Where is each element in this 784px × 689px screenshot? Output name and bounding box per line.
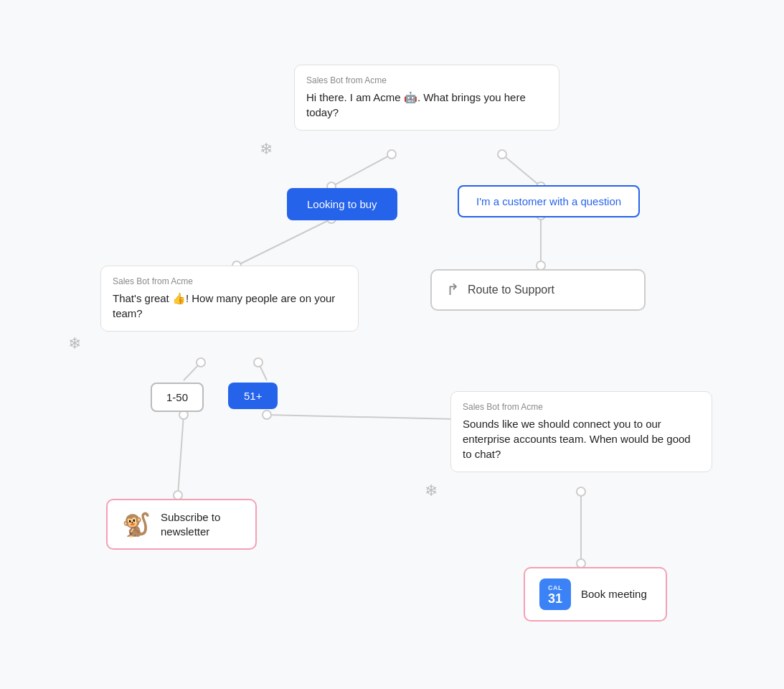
greeting-message: Hi there. I am Acme 🤖. What brings you h… <box>306 90 547 120</box>
svg-point-17 <box>197 358 205 367</box>
snowflake-icon-top: ❄ <box>255 138 278 161</box>
subscribe-label: Subscribe to newsletter <box>161 510 241 538</box>
calendar-day: 31 <box>548 592 562 605</box>
snowflake-icon-mid: ❄ <box>63 332 86 355</box>
team-sender: Sales Bot from Acme <box>113 276 346 286</box>
small-team-button[interactable]: 1-50 <box>151 383 204 412</box>
route-icon: ↱ <box>446 281 459 299</box>
large-team-label[interactable]: 51+ <box>228 383 278 409</box>
route-label: Route to Support <box>468 283 554 296</box>
enterprise-message: Sounds like we should connect you to our… <box>463 416 700 461</box>
enterprise-bubble: Sales Bot from Acme Sounds like we shoul… <box>450 391 712 472</box>
buy-button-label[interactable]: Looking to buy <box>287 188 397 220</box>
snowflake-icon-right: ❄ <box>420 479 443 502</box>
svg-line-5 <box>258 362 267 380</box>
svg-point-10 <box>498 150 506 159</box>
customer-question-button[interactable]: I'm a customer with a question <box>458 185 640 217</box>
svg-point-9 <box>387 150 396 159</box>
small-team-label[interactable]: 1-50 <box>151 383 204 412</box>
svg-line-6 <box>178 415 184 495</box>
greeting-sender: Sales Bot from Acme <box>306 75 547 85</box>
looking-to-buy-button[interactable]: Looking to buy <box>287 188 397 220</box>
book-meeting-label: Book meeting <box>581 587 647 601</box>
svg-line-1 <box>502 154 541 187</box>
mailchimp-icon: 🐒 <box>122 511 151 538</box>
subscribe-node: 🐒 Subscribe to newsletter <box>106 499 257 550</box>
svg-point-18 <box>254 358 263 367</box>
team-size-bubble: Sales Bot from Acme That's great 👍! How … <box>100 266 359 332</box>
svg-line-0 <box>331 154 392 187</box>
greeting-bubble: Sales Bot from Acme Hi there. I am Acme … <box>294 65 559 131</box>
svg-point-23 <box>577 487 585 496</box>
svg-point-20 <box>263 411 271 419</box>
svg-line-3 <box>237 219 331 266</box>
large-team-button[interactable]: 51+ <box>228 383 278 409</box>
calendar-icon: CAL 31 <box>539 578 571 610</box>
enterprise-sender: Sales Bot from Acme <box>463 402 700 412</box>
customer-button-label[interactable]: I'm a customer with a question <box>458 185 640 217</box>
svg-line-4 <box>184 362 201 380</box>
book-meeting-node: CAL 31 Book meeting <box>524 567 667 622</box>
route-to-support-node: ↱ Route to Support <box>430 269 646 311</box>
team-message: That's great 👍! How many people are on y… <box>113 291 346 321</box>
